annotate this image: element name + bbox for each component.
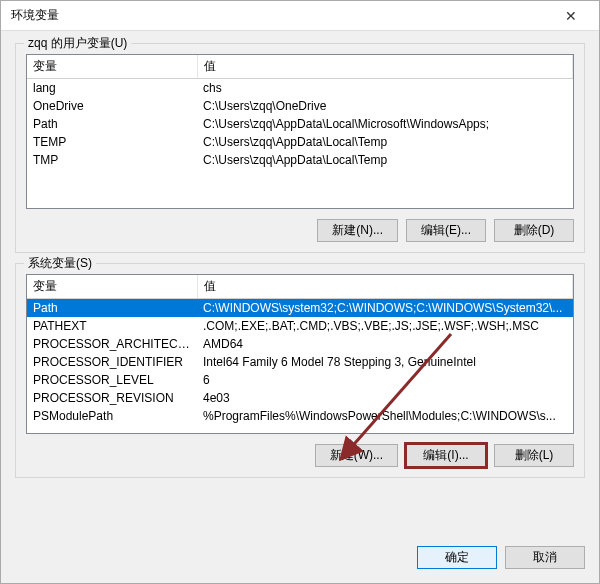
system-vars-buttons: 新建(W)... 编辑(I)... 删除(L) xyxy=(26,444,574,467)
ok-button[interactable]: 确定 xyxy=(417,546,497,569)
user-edit-button[interactable]: 编辑(E)... xyxy=(406,219,486,242)
var-value-cell: .COM;.EXE;.BAT;.CMD;.VBS;.VBE;.JS;.JSE;.… xyxy=(197,317,573,335)
env-vars-dialog: 环境变量 ✕ zqq 的用户变量(U) 变量 值 langchsOneDrive… xyxy=(0,0,600,584)
var-name-cell: PROCESSOR_REVISION xyxy=(27,389,197,407)
system-vars-table[interactable]: 变量 值 PathC:\WINDOWS\system32;C:\WINDOWS;… xyxy=(27,275,573,425)
close-button[interactable]: ✕ xyxy=(551,2,591,30)
dialog-content: zqq 的用户变量(U) 变量 值 langchsOneDriveC:\User… xyxy=(1,31,599,536)
table-row[interactable]: PROCESSOR_IDENTIFIERIntel64 Family 6 Mod… xyxy=(27,353,573,371)
var-value-cell: 6 xyxy=(197,371,573,389)
var-value-cell: 4e03 xyxy=(197,389,573,407)
var-name-cell: PSModulePath xyxy=(27,407,197,425)
var-name-cell: TMP xyxy=(27,151,197,169)
var-name-cell: lang xyxy=(27,79,197,98)
table-row[interactable]: PathC:\WINDOWS\system32;C:\WINDOWS;C:\WI… xyxy=(27,299,573,318)
var-name-cell: PATHEXT xyxy=(27,317,197,335)
system-col-name[interactable]: 变量 xyxy=(27,275,197,299)
system-new-button[interactable]: 新建(W)... xyxy=(315,444,398,467)
titlebar: 环境变量 ✕ xyxy=(1,1,599,31)
system-vars-label: 系统变量(S) xyxy=(24,255,96,272)
table-row[interactable]: PROCESSOR_LEVEL6 xyxy=(27,371,573,389)
var-value-cell: %ProgramFiles%\WindowsPowerShell\Modules… xyxy=(197,407,573,425)
user-vars-table-wrap: 变量 值 langchsOneDriveC:\Users\zqq\OneDriv… xyxy=(26,54,574,209)
close-icon: ✕ xyxy=(565,8,577,24)
user-vars-table[interactable]: 变量 值 langchsOneDriveC:\Users\zqq\OneDriv… xyxy=(27,55,573,169)
var-name-cell: OneDrive xyxy=(27,97,197,115)
user-delete-button[interactable]: 删除(D) xyxy=(494,219,574,242)
var-name-cell: PROCESSOR_ARCHITECTURE xyxy=(27,335,197,353)
table-row[interactable]: PSModulePath%ProgramFiles%\WindowsPowerS… xyxy=(27,407,573,425)
user-vars-buttons: 新建(N)... 编辑(E)... 删除(D) xyxy=(26,219,574,242)
system-vars-group: 系统变量(S) 变量 值 PathC:\WINDOWS\system32;C:\… xyxy=(15,263,585,478)
var-name-cell: PROCESSOR_IDENTIFIER xyxy=(27,353,197,371)
table-row[interactable]: PROCESSOR_ARCHITECTUREAMD64 xyxy=(27,335,573,353)
user-new-button[interactable]: 新建(N)... xyxy=(317,219,398,242)
var-name-cell: PROCESSOR_LEVEL xyxy=(27,371,197,389)
system-edit-button[interactable]: 编辑(I)... xyxy=(406,444,486,467)
var-name-cell: TEMP xyxy=(27,133,197,151)
table-row[interactable]: TMPC:\Users\zqq\AppData\Local\Temp xyxy=(27,151,573,169)
table-row[interactable]: PathC:\Users\zqq\AppData\Local\Microsoft… xyxy=(27,115,573,133)
dialog-footer: 确定 取消 xyxy=(1,536,599,583)
cancel-button[interactable]: 取消 xyxy=(505,546,585,569)
var-value-cell: Intel64 Family 6 Model 78 Stepping 3, Ge… xyxy=(197,353,573,371)
var-name-cell: Path xyxy=(27,115,197,133)
table-row[interactable]: OneDriveC:\Users\zqq\OneDrive xyxy=(27,97,573,115)
user-col-value[interactable]: 值 xyxy=(197,55,573,79)
window-title: 环境变量 xyxy=(11,7,551,24)
user-vars-label: zqq 的用户变量(U) xyxy=(24,35,131,52)
user-col-name[interactable]: 变量 xyxy=(27,55,197,79)
var-value-cell: C:\WINDOWS\system32;C:\WINDOWS;C:\WINDOW… xyxy=(197,299,573,318)
var-value-cell: chs xyxy=(197,79,573,98)
var-value-cell: C:\Users\zqq\AppData\Local\Microsoft\Win… xyxy=(197,115,573,133)
table-row[interactable]: PATHEXT.COM;.EXE;.BAT;.CMD;.VBS;.VBE;.JS… xyxy=(27,317,573,335)
var-value-cell: C:\Users\zqq\AppData\Local\Temp xyxy=(197,151,573,169)
table-row[interactable]: TEMPC:\Users\zqq\AppData\Local\Temp xyxy=(27,133,573,151)
user-vars-group: zqq 的用户变量(U) 变量 值 langchsOneDriveC:\User… xyxy=(15,43,585,253)
var-name-cell: Path xyxy=(27,299,197,318)
var-value-cell: AMD64 xyxy=(197,335,573,353)
table-row[interactable]: langchs xyxy=(27,79,573,98)
table-row[interactable]: PROCESSOR_REVISION4e03 xyxy=(27,389,573,407)
system-delete-button[interactable]: 删除(L) xyxy=(494,444,574,467)
var-value-cell: C:\Users\zqq\OneDrive xyxy=(197,97,573,115)
system-vars-table-wrap: 变量 值 PathC:\WINDOWS\system32;C:\WINDOWS;… xyxy=(26,274,574,434)
system-col-value[interactable]: 值 xyxy=(197,275,573,299)
var-value-cell: C:\Users\zqq\AppData\Local\Temp xyxy=(197,133,573,151)
